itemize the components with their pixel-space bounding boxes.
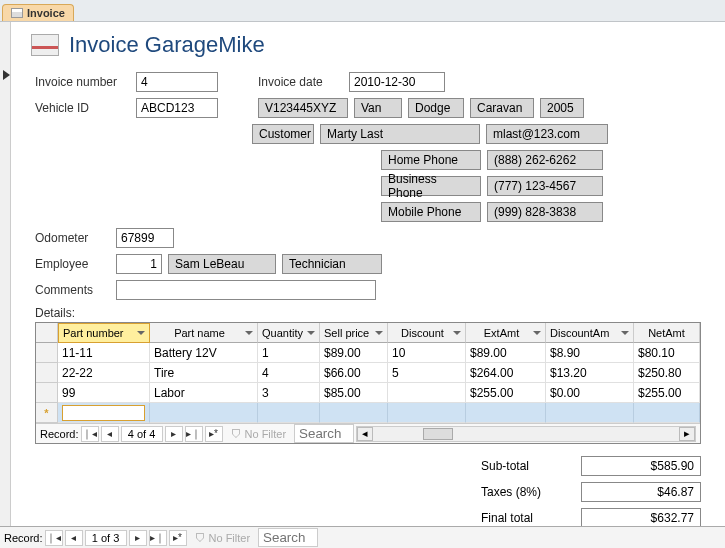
- final-total-label: Final total: [481, 511, 571, 525]
- col-ext-amt[interactable]: ExtAmt: [466, 323, 546, 343]
- subtotal-label: Sub-total: [481, 459, 571, 473]
- mobile-phone-display: (999) 828-3838: [487, 202, 603, 222]
- employee-label: Employee: [35, 257, 110, 271]
- col-discount-amt[interactable]: DiscountAm: [546, 323, 634, 343]
- details-subform: Part number Part name Quantity Sell pric…: [35, 322, 701, 444]
- col-part-name[interactable]: Part name: [150, 323, 258, 343]
- business-phone-label: Business Phone: [381, 176, 481, 196]
- cell-part-name[interactable]: Battery 12V: [150, 343, 258, 363]
- outer-nav-new-button[interactable]: ▸*: [169, 530, 187, 546]
- scroll-thumb[interactable]: [423, 428, 453, 440]
- outer-nav-position[interactable]: 1 of 3: [85, 530, 127, 546]
- cell-net-amt[interactable]: $255.00: [634, 383, 700, 403]
- dropdown-icon: [533, 331, 541, 335]
- outer-nav-no-filter[interactable]: ⛉No Filter: [189, 532, 257, 544]
- row-selector[interactable]: [36, 343, 58, 363]
- cell-net-amt[interactable]: $80.10: [634, 343, 700, 363]
- cell-part-name[interactable]: Tire: [150, 363, 258, 383]
- nav-no-filter[interactable]: ⛉No Filter: [225, 428, 293, 440]
- row-selector[interactable]: [36, 383, 58, 403]
- col-sell-price[interactable]: Sell price: [320, 323, 388, 343]
- cell-discount[interactable]: [388, 383, 466, 403]
- nav-next-button[interactable]: ▸: [165, 426, 183, 442]
- cell-net-amt[interactable]: $250.80: [634, 363, 700, 383]
- table-row[interactable]: 11-11Battery 12V1$89.0010$89.00$8.90$80.…: [36, 343, 700, 363]
- comments-field[interactable]: [116, 280, 376, 300]
- final-total-field[interactable]: [581, 508, 701, 528]
- row-selector[interactable]: [36, 363, 58, 383]
- cell-discount-amt[interactable]: $8.90: [546, 343, 634, 363]
- odometer-field[interactable]: [116, 228, 174, 248]
- nav-new-button[interactable]: ▸*: [205, 426, 223, 442]
- col-net-amt[interactable]: NetAmt: [634, 323, 700, 343]
- scroll-left-button[interactable]: ◂: [357, 427, 373, 441]
- employee-id-field[interactable]: [116, 254, 162, 274]
- nav-first-button[interactable]: ｜◂: [81, 426, 99, 442]
- cell-quantity[interactable]: 3: [258, 383, 320, 403]
- col-quantity[interactable]: Quantity: [258, 323, 320, 343]
- tab-bar: Invoice: [0, 0, 725, 22]
- cell-ext-amt[interactable]: $255.00: [466, 383, 546, 403]
- details-label: Details:: [35, 306, 701, 320]
- outer-nav-last-button[interactable]: ▸｜: [149, 530, 167, 546]
- horizontal-scrollbar[interactable]: ◂ ▸: [356, 426, 696, 442]
- filter-icon: ⛉: [231, 428, 242, 440]
- outer-nav-next-button[interactable]: ▸: [129, 530, 147, 546]
- outer-nav-prev-button[interactable]: ◂: [65, 530, 83, 546]
- cell-quantity[interactable]: 4: [258, 363, 320, 383]
- table-row[interactable]: 22-22Tire4$66.005$264.00$13.20$250.80: [36, 363, 700, 383]
- form-header: Invoice GarageMike: [11, 22, 725, 72]
- subtotal-field[interactable]: [581, 456, 701, 476]
- new-record-row[interactable]: *: [36, 403, 700, 423]
- outer-nav-bar: Record: ｜◂ ◂ 1 of 3 ▸ ▸｜ ▸* ⛉No Filter: [0, 526, 725, 548]
- nav-position[interactable]: 4 of 4: [121, 426, 163, 442]
- home-phone-display: (888) 262-6262: [487, 150, 603, 170]
- subform-nav-bar: Record: ｜◂ ◂ 4 of 4 ▸ ▸｜ ▸* ⛉No Filter ◂…: [36, 423, 700, 443]
- vehicle-year-display: 2005: [540, 98, 584, 118]
- cell-discount-amt[interactable]: $0.00: [546, 383, 634, 403]
- outer-nav-search-input[interactable]: [258, 528, 318, 547]
- vehicle-id-field[interactable]: [136, 98, 218, 118]
- cell-ext-amt[interactable]: $89.00: [466, 343, 546, 363]
- tab-label: Invoice: [27, 7, 65, 19]
- cell-ext-amt[interactable]: $264.00: [466, 363, 546, 383]
- main-form-area: Invoice GarageMike Invoice number Invoic…: [0, 22, 725, 526]
- record-selector-bar[interactable]: [0, 22, 11, 526]
- dropdown-icon: [137, 331, 145, 335]
- cell-discount-amt[interactable]: $13.20: [546, 363, 634, 383]
- new-part-number-input[interactable]: [62, 405, 145, 421]
- cell-part-name[interactable]: Labor: [150, 383, 258, 403]
- nav-search-input[interactable]: [294, 424, 354, 443]
- cell-quantity[interactable]: 1: [258, 343, 320, 363]
- employee-title-display: Technician: [282, 254, 382, 274]
- col-part-number[interactable]: Part number: [58, 323, 150, 343]
- mobile-phone-label: Mobile Phone: [381, 202, 481, 222]
- nav-prev-button[interactable]: ◂: [101, 426, 119, 442]
- form-header-icon: [31, 34, 59, 56]
- cell-part-number[interactable]: 11-11: [58, 343, 150, 363]
- cell-discount[interactable]: 10: [388, 343, 466, 363]
- tab-invoice[interactable]: Invoice: [2, 4, 74, 21]
- cell-part-number[interactable]: 99: [58, 383, 150, 403]
- form-body: Invoice number Invoice date Vehicle ID V…: [11, 72, 725, 528]
- row-selector-header[interactable]: [36, 323, 58, 343]
- cell-sell-price[interactable]: $85.00: [320, 383, 388, 403]
- cell-sell-price[interactable]: $66.00: [320, 363, 388, 383]
- table-row[interactable]: 99Labor3$85.00$255.00$0.00$255.00: [36, 383, 700, 403]
- cell-discount[interactable]: 5: [388, 363, 466, 383]
- totals-section: Sub-total Taxes (8%) Final total: [35, 456, 701, 528]
- cell-sell-price[interactable]: $89.00: [320, 343, 388, 363]
- outer-nav-first-button[interactable]: ｜◂: [45, 530, 63, 546]
- outer-nav-record-label: Record:: [4, 532, 43, 544]
- grid-header: Part number Part name Quantity Sell pric…: [36, 323, 700, 343]
- col-discount[interactable]: Discount: [388, 323, 466, 343]
- invoice-number-field[interactable]: [136, 72, 218, 92]
- vehicle-id-label: Vehicle ID: [35, 101, 130, 115]
- scroll-right-button[interactable]: ▸: [679, 427, 695, 441]
- current-record-marker-icon: [3, 70, 10, 80]
- taxes-field[interactable]: [581, 482, 701, 502]
- nav-last-button[interactable]: ▸｜: [185, 426, 203, 442]
- invoice-date-field[interactable]: [349, 72, 445, 92]
- taxes-label: Taxes (8%): [481, 485, 571, 499]
- cell-part-number[interactable]: 22-22: [58, 363, 150, 383]
